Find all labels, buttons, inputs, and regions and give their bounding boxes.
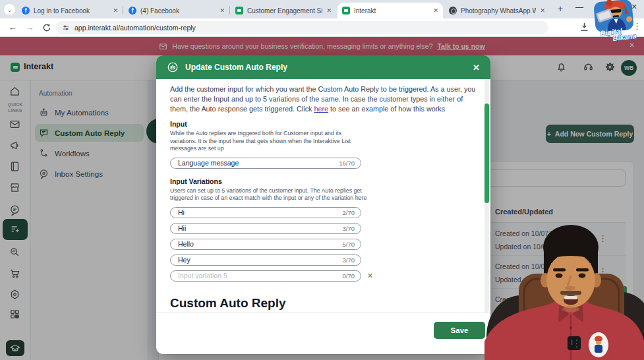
char-counter: 2/70: [343, 209, 355, 216]
remove-variation-icon[interactable]: ✕: [367, 272, 373, 280]
variation-input[interactable]: [177, 255, 343, 264]
tab-search-chevron-icon[interactable]: ⌄: [4, 4, 15, 15]
modal-header: Update Custom Auto Reply ✕: [156, 55, 490, 79]
modal-intro-text: Add the customer input for which you wan…: [170, 84, 479, 114]
char-counter: 3/70: [343, 225, 355, 232]
browser-tab-customer-engagement[interactable]: Customer Engagement Simplifie ✕: [231, 3, 336, 18]
section-title: Custom Auto Reply: [170, 296, 471, 311]
save-button[interactable]: Save: [434, 322, 485, 339]
browser-tab-facebook[interactable]: f (4) Facebook ✕: [124, 3, 229, 18]
browser-tab-facebook-login[interactable]: f Log in to Facebook ✕: [17, 3, 123, 18]
tab-close-icon[interactable]: ✕: [326, 7, 332, 14]
variation-field-4[interactable]: 3/70: [170, 255, 361, 266]
modal-footer: Save: [156, 313, 490, 354]
tab-label: (4) Facebook: [140, 7, 216, 15]
variations-helper-text: Users can set up to 5 variations of the …: [170, 187, 374, 202]
url-text: app.interakt.ai/automation/custom-reply: [74, 24, 196, 32]
reload-button[interactable]: [41, 22, 53, 34]
tab-close-icon[interactable]: ✕: [113, 7, 118, 14]
video-favicon-icon: [449, 7, 457, 15]
tab-close-icon[interactable]: ✕: [220, 7, 225, 14]
variation-input[interactable]: [177, 224, 343, 233]
char-counter: 5/70: [343, 241, 355, 248]
presenter-webcam-overlay: [484, 142, 644, 360]
site-settings-icon[interactable]: [62, 24, 70, 32]
tab-close-icon[interactable]: ✕: [540, 7, 545, 14]
modal-title: Update Custom Auto Reply: [185, 63, 466, 72]
tab-close-icon[interactable]: ✕: [433, 7, 438, 14]
new-tab-button[interactable]: +: [555, 4, 566, 15]
input-variations-label: Input Variations: [170, 177, 471, 185]
back-button[interactable]: ←: [7, 22, 18, 34]
variation-field-2[interactable]: 3/70: [170, 223, 361, 234]
window-close-button[interactable]: ✕: [629, 3, 639, 13]
interakt-favicon-icon: [235, 7, 243, 15]
variation-field-3[interactable]: 5/70: [170, 239, 361, 250]
screen: ⌄ f Log in to Facebook ✕ f (4) Facebook …: [0, 0, 644, 360]
robot-icon: [167, 61, 179, 73]
address-bar[interactable]: app.interakt.ai/automation/custom-reply: [55, 21, 548, 34]
browser-tab-interakt-active[interactable]: Interakt ✕: [337, 3, 443, 18]
char-counter: 3/70: [343, 256, 355, 264]
facebook-favicon-icon: f: [22, 7, 30, 15]
tab-separator: [123, 6, 123, 15]
window-minimize-button[interactable]: —: [575, 3, 584, 13]
tab-label: Customer Engagement Simplifie: [247, 7, 322, 15]
variation-input[interactable]: [177, 208, 343, 217]
facebook-favicon-icon: f: [129, 7, 136, 15]
input-field[interactable]: 16/70: [170, 158, 361, 169]
example-link[interactable]: here: [314, 105, 328, 113]
variation-input[interactable]: [177, 239, 343, 249]
tab-separator: [229, 6, 230, 15]
update-custom-auto-reply-modal: Update Custom Auto Reply ✕ Add the custo…: [156, 55, 490, 354]
variation-field-5[interactable]: 0/70: [170, 270, 361, 282]
browser-tabstrip: ⌄ f Log in to Facebook ✕ f (4) Facebook …: [0, 0, 644, 18]
variation-input[interactable]: [177, 271, 343, 280]
browser-tab-photography[interactable]: Photography WhatsApp Welcom ✕: [444, 3, 550, 18]
forward-button[interactable]: →: [24, 22, 36, 34]
interakt-favicon-icon: [342, 7, 350, 15]
tab-label: Log in to Facebook: [34, 7, 109, 15]
input-field-input[interactable]: [177, 158, 339, 167]
char-counter: 0/70: [343, 272, 355, 280]
modal-close-icon[interactable]: ✕: [473, 63, 480, 73]
tab-label: Photography WhatsApp Welcom: [461, 7, 536, 15]
browser-toolbar: ← → app.interakt.ai/automation/custom-re…: [0, 18, 644, 37]
tab-label: Interakt: [354, 7, 429, 15]
input-label: Input: [170, 120, 471, 128]
char-counter: 16/70: [339, 160, 355, 167]
modal-body: Add the customer input for which you wan…: [156, 79, 490, 313]
variation-field-1[interactable]: 2/70: [170, 207, 361, 218]
input-helper-text: While the Auto replies are triggered bot…: [170, 130, 368, 153]
